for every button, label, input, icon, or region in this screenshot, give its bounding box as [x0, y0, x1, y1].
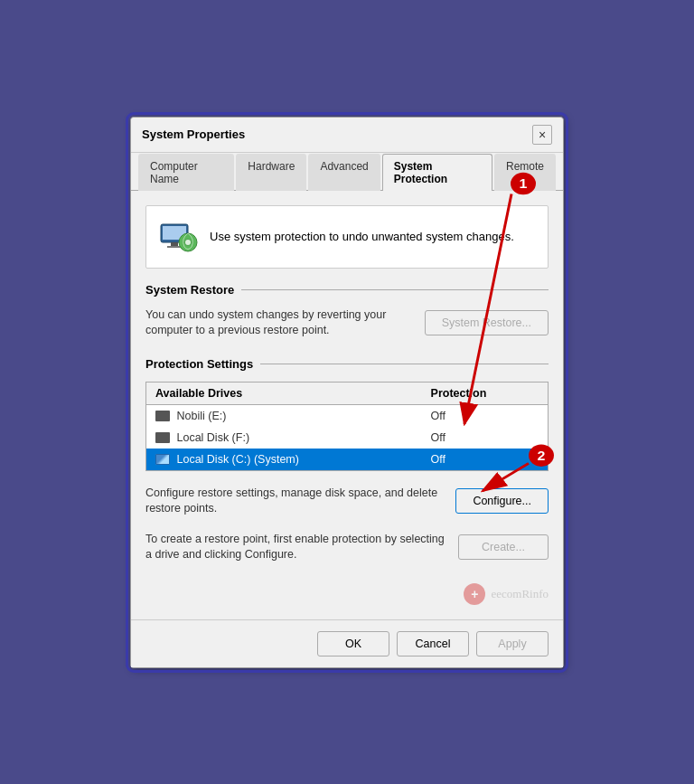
- table-row[interactable]: Local Disk (F:) Off: [146, 427, 549, 449]
- ok-button[interactable]: OK: [317, 631, 389, 656]
- drive-icon-f: [155, 432, 170, 443]
- drive-icon-c: [155, 454, 170, 465]
- watermark: + eecomRinfo: [464, 583, 549, 605]
- create-description: To create a restore point, first enable …: [145, 532, 447, 563]
- create-row: To create a restore point, first enable …: [145, 532, 549, 563]
- dialog-title: System Properties: [142, 128, 245, 141]
- protection-settings-label: Protection Settings: [145, 357, 549, 371]
- info-text: Use system protection to undo unwanted s…: [210, 230, 514, 243]
- info-bar: Use system protection to undo unwanted s…: [145, 205, 549, 269]
- tab-strip: Computer Name Hardware Advanced System P…: [131, 153, 563, 191]
- apply-button[interactable]: Apply: [476, 631, 549, 656]
- tab-remote[interactable]: Remote: [494, 154, 556, 191]
- configure-description: Configure restore settings, manage disk …: [145, 486, 445, 517]
- col-available-drives: Available Drives: [146, 382, 422, 404]
- content-area: Use system protection to undo unwanted s…: [131, 191, 563, 619]
- watermark-icon: +: [464, 583, 485, 605]
- create-button[interactable]: Create...: [458, 534, 549, 560]
- svg-rect-2: [171, 242, 178, 246]
- system-properties-dialog: System Properties × Computer Name Hardwa…: [130, 117, 564, 668]
- col-protection: Protection: [422, 382, 549, 404]
- drive-protection: Off: [422, 449, 549, 471]
- configure-button[interactable]: Configure...: [455, 488, 549, 514]
- drive-name: Local Disk (F:): [146, 427, 422, 449]
- table-row[interactable]: Nobili (E:) Off: [146, 404, 549, 427]
- drive-name: Nobili (E:): [146, 404, 422, 427]
- system-restore-row: You can undo system changes by reverting…: [145, 307, 549, 339]
- drive-name: Local Disk (C:) (System): [146, 449, 422, 471]
- svg-point-5: [185, 240, 191, 245]
- table-header-row: Available Drives Protection: [146, 382, 549, 404]
- system-restore-label: System Restore: [145, 283, 549, 297]
- system-restore-description: You can undo system changes by reverting…: [145, 307, 414, 339]
- tab-hardware[interactable]: Hardware: [236, 154, 306, 191]
- cancel-button[interactable]: Cancel: [397, 631, 469, 656]
- watermark-text: eecomRinfo: [491, 587, 549, 601]
- dialog-footer: OK Cancel Apply: [131, 619, 563, 667]
- title-bar: System Properties ×: [131, 118, 563, 153]
- table-row-selected[interactable]: Local Disk (C:) (System) Off: [146, 449, 549, 471]
- tab-advanced[interactable]: Advanced: [308, 154, 380, 191]
- system-protection-icon: [155, 215, 199, 259]
- drive-icon-e: [155, 411, 170, 421]
- drive-protection: Off: [422, 404, 549, 427]
- close-button[interactable]: ×: [532, 125, 552, 145]
- configure-row: Configure restore settings, manage disk …: [145, 486, 549, 517]
- system-restore-section: System Restore You can undo system chang…: [145, 283, 549, 339]
- system-restore-button[interactable]: System Restore...: [425, 310, 549, 335]
- tab-computer-name[interactable]: Computer Name: [138, 154, 234, 191]
- drives-table: Available Drives Protection Nobili (E:) …: [145, 382, 549, 471]
- drive-protection: Off: [422, 427, 549, 449]
- watermark-area: + eecomRinfo: [145, 578, 549, 605]
- protection-settings-section: Protection Settings Available Drives Pro…: [145, 357, 549, 563]
- tab-system-protection[interactable]: System Protection: [382, 154, 492, 191]
